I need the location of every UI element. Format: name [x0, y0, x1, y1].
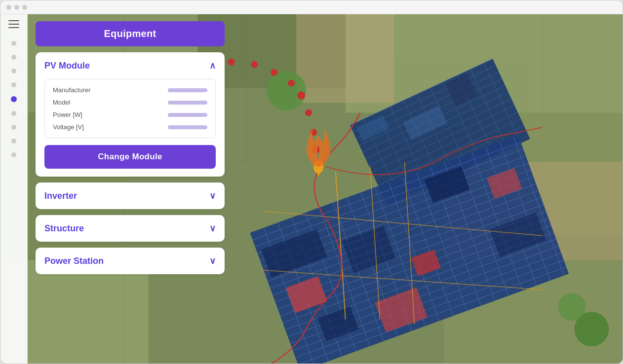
sidebar-nav-dot-7[interactable] [11, 125, 16, 130]
voltage-label: Voltage [V] [53, 123, 84, 131]
inverter-card: Inverter ∨ [36, 182, 225, 209]
inverter-chevron-down: ∨ [209, 190, 216, 201]
power-label: Power [W] [53, 111, 82, 118]
sidebar-nav-dot-9[interactable] [11, 152, 16, 157]
pv-module-content: Manufacturer Model Power [W] Voltag [36, 79, 225, 177]
app-window: Equipment PV Module ∧ Manufacturer Mod [0, 0, 623, 364]
title-bar [0, 0, 623, 14]
pv-module-card: PV Module ∧ Manufacturer Model [36, 52, 225, 177]
voltage-value-bar [168, 125, 207, 129]
structure-card: Structure ∨ [36, 215, 225, 242]
sidebar-nav-dot-1[interactable] [11, 41, 16, 46]
svg-point-103 [271, 69, 277, 76]
structure-title: Structure [44, 223, 84, 234]
sidebar-nav-dot-8[interactable] [11, 139, 16, 144]
equipment-panel: Equipment PV Module ∧ Manufacturer Mod [28, 14, 233, 364]
change-module-button[interactable]: Change Module [44, 145, 216, 169]
power-value-bar [168, 113, 207, 117]
structure-chevron-down: ∨ [209, 223, 216, 234]
app-container: Equipment PV Module ∧ Manufacturer Mod [0, 14, 623, 364]
structure-header[interactable]: Structure ∨ [36, 215, 225, 242]
power-station-chevron-down: ∨ [209, 255, 216, 266]
equipment-title: Equipment [104, 28, 156, 39]
inverter-header[interactable]: Inverter ∨ [36, 182, 225, 209]
svg-point-17 [558, 293, 586, 321]
pv-module-header[interactable]: PV Module ∧ [36, 52, 225, 79]
pv-module-chevron-up: ∧ [209, 60, 216, 71]
pv-fields-box: Manufacturer Model Power [W] Voltag [44, 79, 216, 138]
close-dot [6, 5, 11, 10]
svg-rect-6 [296, 14, 394, 103]
manufacturer-value-bar [168, 88, 207, 92]
equipment-header: Equipment [36, 21, 225, 46]
pv-module-title: PV Module [44, 61, 90, 71]
sidebar-rail [0, 14, 28, 364]
hamburger-menu[interactable] [8, 20, 19, 28]
svg-point-106 [305, 109, 312, 116]
power-station-header[interactable]: Power Station ∨ [36, 248, 225, 274]
sidebar-nav-dot-6[interactable] [11, 111, 16, 116]
minimize-dot [14, 5, 19, 10]
maximize-dot [22, 5, 27, 10]
model-label: Model [53, 99, 70, 106]
svg-point-104 [288, 80, 295, 87]
sidebar-nav-dot-3[interactable] [11, 69, 16, 73]
power-station-card: Power Station ∨ [36, 248, 225, 274]
voltage-row: Voltage [V] [53, 123, 207, 131]
power-station-title: Power Station [44, 256, 104, 266]
svg-point-102 [251, 61, 258, 68]
inverter-title: Inverter [44, 191, 77, 201]
model-row: Model [53, 99, 207, 106]
model-value-bar [168, 101, 207, 105]
manufacturer-label: Manufacturer [53, 86, 91, 94]
svg-point-105 [297, 92, 305, 100]
sidebar-nav-dot-5[interactable] [11, 96, 17, 102]
manufacturer-row: Manufacturer [53, 86, 207, 94]
sidebar-nav-dot-4[interactable] [11, 82, 16, 87]
power-row: Power [W] [53, 111, 207, 118]
sidebar-nav-dot-2[interactable] [11, 55, 16, 60]
svg-point-15 [267, 71, 306, 110]
